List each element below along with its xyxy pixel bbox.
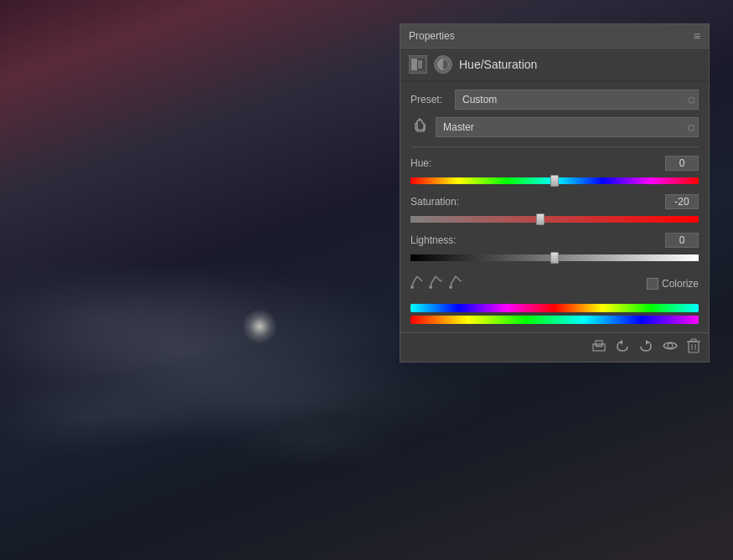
colorize-label: Colorize xyxy=(662,278,699,290)
panel-header: Properties ≡ xyxy=(400,24,709,49)
hue-label-row: Hue: 0 xyxy=(410,156,699,171)
colorize-row: + − Colorize xyxy=(410,275,699,292)
panel-title: Properties xyxy=(409,30,455,42)
svg-line-4 xyxy=(417,276,422,281)
color-bar-bottom xyxy=(410,316,699,324)
eyedropper-subtract-icon[interactable]: − xyxy=(449,275,464,292)
eyedropper-1-icon[interactable] xyxy=(410,275,424,292)
divider-1 xyxy=(410,146,699,147)
hue-track[interactable] xyxy=(410,177,699,184)
clip-to-layer-icon[interactable] xyxy=(591,339,607,356)
color-bar-top xyxy=(410,304,699,312)
adjustment-header: Hue/Saturation xyxy=(400,49,709,81)
undo-icon[interactable] xyxy=(615,339,630,356)
color-bars xyxy=(410,304,699,324)
hue-thumb[interactable] xyxy=(550,175,559,187)
svg-point-23 xyxy=(668,343,673,348)
trash-icon[interactable] xyxy=(687,338,700,357)
svg-line-14 xyxy=(452,276,456,283)
redo-icon[interactable] xyxy=(638,339,653,356)
svg-rect-24 xyxy=(689,342,699,352)
svg-line-5 xyxy=(413,276,417,283)
lightness-section: Lightness: 0 xyxy=(410,233,699,265)
eyedropper-add-icon[interactable]: + xyxy=(429,275,444,292)
colorize-checkbox-wrapper[interactable]: Colorize xyxy=(647,278,699,290)
saturation-label: Saturation: xyxy=(410,196,459,208)
lightness-label-row: Lightness: 0 xyxy=(410,233,699,248)
adjustment-title: Hue/Saturation xyxy=(459,58,537,71)
saturation-thumb[interactable] xyxy=(536,213,545,225)
svg-rect-18 xyxy=(593,344,605,351)
svg-rect-2 xyxy=(418,60,422,69)
properties-panel: Properties ≡ Hue/Saturation Preset: xyxy=(400,23,710,362)
channel-select-wrapper: Master Reds Yellows Greens Cyans Blues M… xyxy=(436,117,699,137)
panel-footer xyxy=(400,332,709,362)
saturation-track[interactable] xyxy=(410,216,699,223)
svg-marker-22 xyxy=(646,340,649,345)
panel-body: Preset: Custom Default Cyanotype Old Sty… xyxy=(400,81,709,332)
preset-row: Preset: Custom Default Cyanotype Old Sty… xyxy=(410,90,699,110)
channel-select[interactable]: Master Reds Yellows Greens Cyans Blues M… xyxy=(436,117,699,137)
preset-label: Preset: xyxy=(410,94,448,105)
saturation-slider-track-wrapper[interactable] xyxy=(410,213,699,226)
panel-menu-icon[interactable]: ≡ xyxy=(694,29,700,43)
svg-rect-19 xyxy=(596,341,602,346)
svg-text:−: − xyxy=(459,277,463,285)
saturation-section: Saturation: -20 xyxy=(410,194,699,226)
svg-line-9 xyxy=(431,276,436,283)
svg-point-16 xyxy=(449,285,452,289)
lightness-slider-track-wrapper[interactable] xyxy=(410,251,699,265)
svg-point-11 xyxy=(429,285,432,289)
hue-section: Hue: 0 xyxy=(410,156,699,188)
lightness-thumb[interactable] xyxy=(550,252,559,264)
svg-marker-21 xyxy=(619,340,622,345)
saturation-label-row: Saturation: -20 xyxy=(410,194,699,209)
adjustment-icon-1 xyxy=(409,55,427,74)
svg-point-7 xyxy=(410,285,414,289)
preset-select-wrapper: Custom Default Cyanotype Old Style Sepia… xyxy=(455,90,699,110)
preset-select[interactable]: Custom Default Cyanotype Old Style Sepia… xyxy=(455,90,699,110)
lightness-value[interactable]: 0 xyxy=(665,233,699,248)
colorize-checkbox[interactable] xyxy=(647,278,658,290)
lightness-track[interactable] xyxy=(410,254,699,261)
eyedropper-group: + − xyxy=(410,275,464,292)
hue-value[interactable]: 0 xyxy=(665,156,699,171)
hue-label: Hue: xyxy=(410,157,431,169)
hue-slider-track-wrapper[interactable] xyxy=(410,174,699,188)
adjustment-icon-2 xyxy=(434,55,452,74)
lightness-label: Lightness: xyxy=(410,234,457,246)
svg-rect-26 xyxy=(691,339,696,342)
svg-rect-0 xyxy=(411,59,417,70)
visibility-icon[interactable] xyxy=(662,339,679,356)
svg-text:+: + xyxy=(439,277,443,285)
hand-tool-icon[interactable] xyxy=(410,116,429,138)
channel-row: Master Reds Yellows Greens Cyans Blues M… xyxy=(410,116,699,138)
saturation-value[interactable]: -20 xyxy=(665,194,699,209)
